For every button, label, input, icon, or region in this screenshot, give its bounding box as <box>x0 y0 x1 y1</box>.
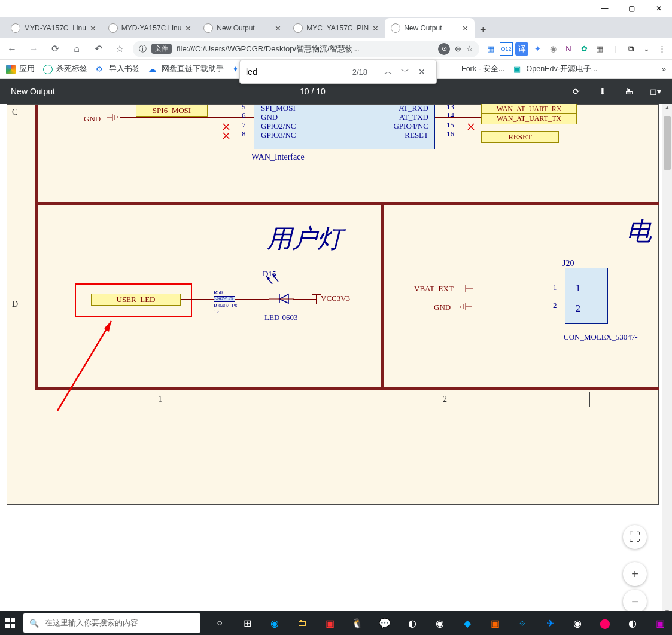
pin-num: 15 <box>446 120 454 130</box>
tab-label: MYC_YA157C_PIN <box>306 24 369 32</box>
ext-icon-9[interactable]: ⧉ <box>624 42 637 56</box>
new-tab-button[interactable]: + <box>475 22 491 38</box>
undo-button[interactable]: ↶ <box>90 41 107 57</box>
tab-3[interactable]: MYC_YA157C_PIN✕ <box>287 18 385 38</box>
app-icon-6[interactable]: ✈ <box>538 613 562 633</box>
net-spi6-mosi: SPI6_MOSI <box>136 105 208 117</box>
tab-0[interactable]: MYD-YA157C_Linu✕ <box>5 18 102 38</box>
taskview-icon[interactable]: ⊞ <box>235 613 259 633</box>
address-bar[interactable]: ⓘ 文件 file:///C:/Users/WGPCGR/Desktop/智慧物… <box>133 41 479 57</box>
pin-num: 8 <box>242 129 246 139</box>
app-icon-2[interactable]: 🐧 <box>345 613 369 633</box>
vscode-icon[interactable]: ⟐ <box>510 613 534 633</box>
find-count: 2/18 <box>352 68 367 77</box>
app-icon-10[interactable]: ▣ <box>648 613 672 633</box>
find-close-button[interactable]: ✕ <box>413 67 430 77</box>
globe-icon <box>108 23 118 33</box>
ext-icon-2[interactable]: O12 <box>500 42 513 56</box>
reload-button[interactable]: ⟳ <box>47 41 63 57</box>
find-prev-button[interactable]: ︿ <box>380 66 397 77</box>
ext-icon-3[interactable]: 译 <box>515 42 528 56</box>
fit-page-button[interactable]: ⛶ <box>623 525 647 549</box>
wechat-icon[interactable]: 💬 <box>373 613 397 633</box>
window-close[interactable]: ✕ <box>645 0 672 17</box>
bookmark-pdf-button[interactable]: ◻▾ <box>649 87 661 96</box>
ext-icon-1[interactable]: ▦ <box>484 42 497 56</box>
net-vcc3v3: VCC3V3 <box>321 294 350 303</box>
app-icon-9[interactable]: ◐ <box>621 613 644 633</box>
search-placeholder: 在这里输入你要搜索的内容 <box>45 618 138 628</box>
ext-icon-5[interactable]: ◉ <box>546 42 560 56</box>
app-icon-3[interactable]: ◐ <box>400 613 424 633</box>
bookmarks-overflow[interactable]: » <box>662 65 666 74</box>
bookmark-1[interactable]: ⚙导入书签 <box>96 64 140 74</box>
ext-icon-8[interactable]: ▦ <box>593 42 606 56</box>
rotate-button[interactable]: ⟳ <box>570 87 582 96</box>
edge-icon[interactable]: ◉ <box>263 613 287 633</box>
comp-value: LED-0603 <box>264 313 298 322</box>
zoom-out-button[interactable]: − <box>623 590 647 613</box>
pin-num: 2 <box>553 301 557 310</box>
bookmark-4[interactable]: Fork - 安全... <box>461 64 505 74</box>
bookmark-2[interactable]: ☁网盘直链下载助手 <box>148 64 224 74</box>
forward-button[interactable]: → <box>25 41 42 57</box>
tab-4[interactable]: New Output✕ <box>385 18 475 38</box>
zoom-icon[interactable]: ⊕ <box>455 44 461 53</box>
close-icon[interactable]: ✕ <box>462 24 469 33</box>
globe-icon <box>293 23 303 33</box>
app-icon-5[interactable]: ▣ <box>483 613 507 633</box>
globe-icon <box>11 23 20 33</box>
ext-icon-7[interactable]: ✿ <box>577 42 591 56</box>
taskbar-search[interactable]: 🔍 在这里输入你要搜索的内容 <box>23 613 200 633</box>
pdf-page-indicator[interactable]: 10 / 10 <box>55 87 570 96</box>
window-maximize[interactable]: ▢ <box>618 0 645 17</box>
pin-num: 6 <box>242 111 246 120</box>
close-icon[interactable]: ✕ <box>90 24 96 33</box>
close-icon[interactable]: ✕ <box>372 24 379 33</box>
find-next-button[interactable]: ﹀ <box>397 66 413 77</box>
pdf-viewer[interactable]: C D 1 2 WAN_Interface SPI6_MOSI GND 5 6 … <box>0 104 672 618</box>
close-icon[interactable]: ✕ <box>275 24 281 33</box>
scrollbar-vertical[interactable]: ▲ ▼ <box>662 104 672 618</box>
net-reset: RESET <box>481 131 559 143</box>
pin-label: GPIO4/NC <box>381 121 428 131</box>
bookmark-0[interactable]: 杀死标签 <box>43 64 87 74</box>
home-button[interactable]: ⌂ <box>68 41 85 57</box>
pin-num: 16 <box>446 129 454 139</box>
apps-button[interactable]: 应用 <box>6 64 35 74</box>
app-icon-8[interactable]: ⬤ <box>593 613 617 633</box>
zoom-in-button[interactable]: + <box>623 562 647 586</box>
pin-num: 7 <box>242 120 246 130</box>
tab-2[interactable]: New Output✕ <box>197 18 287 38</box>
tab-label: New Output <box>404 24 458 32</box>
print-button[interactable]: 🖶 <box>623 87 635 96</box>
search-within-icon[interactable]: ⊙ <box>438 43 450 55</box>
cloud-icon: ☁ <box>148 65 158 74</box>
section-title-power: 电 <box>627 215 652 248</box>
net-gnd: GND <box>84 114 101 124</box>
star-button[interactable]: ☆ <box>111 41 128 57</box>
close-icon[interactable]: ✕ <box>185 24 191 33</box>
net-user-led: USER_LED <box>91 294 181 306</box>
cortana-icon[interactable]: ○ <box>208 613 232 633</box>
globe-icon <box>391 23 400 33</box>
svg-rect-26 <box>11 618 15 622</box>
tab-1[interactable]: MYD-YA157C Linu✕ <box>102 18 198 38</box>
download-button[interactable]: ⬇ <box>597 87 609 96</box>
ext-overflow[interactable]: ⌄ <box>640 42 653 56</box>
start-button[interactable] <box>0 613 21 633</box>
back-button[interactable]: ← <box>4 41 20 57</box>
bookmark-5[interactable]: ▣OpenEdv-开源电子... <box>513 64 598 74</box>
app-icon-1[interactable]: ▣ <box>318 613 342 633</box>
ext-icon-6[interactable]: N <box>562 42 575 56</box>
menu-button[interactable]: ⋮ <box>655 42 668 56</box>
explorer-icon[interactable]: 🗀 <box>290 613 314 633</box>
star-icon[interactable]: ☆ <box>466 44 473 53</box>
ext-icon-4[interactable]: ✦ <box>531 42 544 56</box>
gnd-symbol-icon <box>107 112 121 123</box>
chrome-icon[interactable]: ◉ <box>428 613 452 633</box>
window-minimize[interactable]: — <box>591 0 618 17</box>
find-input[interactable] <box>246 67 352 77</box>
app-icon-4[interactable]: ◆ <box>455 613 479 633</box>
app-icon-7[interactable]: ◉ <box>565 613 589 633</box>
